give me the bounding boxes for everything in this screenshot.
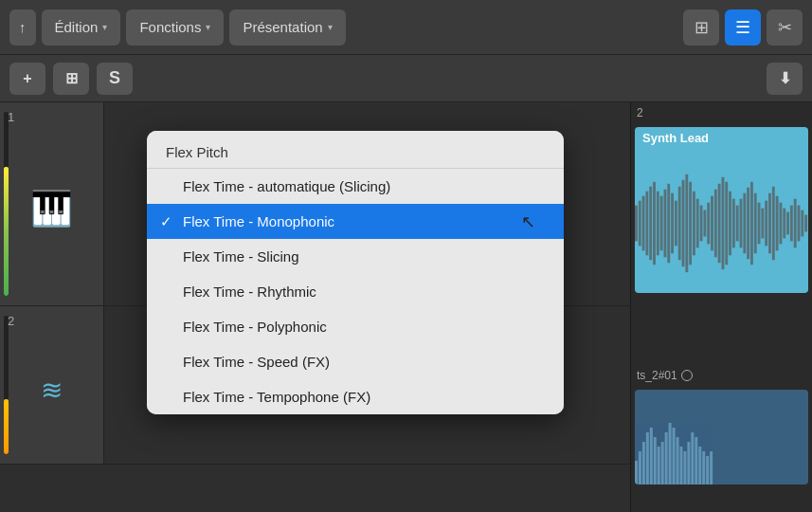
dropdown-item-5[interactable]: Flex Time - Speed (FX) [147, 344, 564, 379]
circle-icon [681, 370, 693, 381]
svg-rect-33 [754, 193, 757, 254]
toolbar-right-icons: ⊞ ☰ ✂ [683, 9, 803, 46]
svg-rect-24 [722, 177, 725, 269]
dropdown-item-3-label: Flex Time - Rhythmic [183, 283, 316, 300]
svg-rect-66 [702, 451, 705, 485]
edition-menu-button[interactable]: Édition ▾ [42, 9, 121, 46]
svg-rect-57 [669, 423, 672, 485]
svg-rect-40 [780, 203, 783, 245]
svg-rect-10 [671, 193, 674, 254]
svg-rect-12 [678, 187, 681, 260]
svg-rect-11 [675, 201, 677, 247]
tool-button[interactable]: ✂ [767, 9, 803, 46]
track-header-2: 2 ≋ [0, 306, 104, 464]
edition-label: Édition [55, 19, 99, 35]
track-area: 1 🎹 2 ≋ Flex Pitch Flex Time - automatiq… [0, 102, 630, 512]
svg-rect-68 [710, 451, 713, 485]
bar-number: 2 [631, 102, 812, 123]
svg-rect-16 [693, 192, 695, 256]
svg-rect-17 [696, 199, 699, 248]
presentation-menu-button[interactable]: Présentation ▾ [229, 9, 345, 46]
dropdown-item-1-label: Flex Time - Monophonic [183, 213, 334, 229]
svg-rect-52 [650, 428, 653, 485]
svg-rect-67 [706, 456, 709, 485]
s-button[interactable]: S [97, 63, 133, 95]
track2-name: ts_2#01 [637, 369, 677, 382]
svg-rect-31 [747, 188, 749, 259]
dropdown-item-6-label: Flex Time - Tempophone (FX) [183, 389, 370, 405]
back-button[interactable]: ↑ [9, 9, 36, 46]
svg-rect-30 [743, 193, 746, 254]
cursor-icon: ↖ [521, 211, 535, 232]
dropdown-item-5-label: Flex Time - Speed (FX) [183, 354, 330, 370]
svg-rect-60 [679, 447, 682, 485]
flex-mode-dropdown: Flex Pitch Flex Time - automatique (Slic… [147, 131, 564, 414]
svg-rect-47 [804, 215, 807, 232]
svg-rect-25 [725, 182, 728, 265]
dropdown-item-2-label: Flex Time - Slicing [183, 248, 299, 265]
svg-rect-51 [646, 432, 649, 485]
synth-lead-block: Synth Lead [635, 127, 808, 293]
add-button[interactable]: + [9, 63, 45, 95]
svg-rect-20 [707, 203, 710, 245]
dropdown-item-3[interactable]: Flex Time - Rhythmic [147, 274, 564, 309]
svg-rect-21 [711, 196, 713, 251]
svg-rect-19 [703, 210, 706, 237]
svg-rect-9 [667, 184, 670, 263]
check-mark-icon: ✓ [160, 213, 172, 230]
svg-rect-0 [635, 206, 638, 242]
svg-rect-27 [732, 199, 735, 248]
svg-rect-32 [750, 182, 753, 265]
svg-rect-2 [642, 196, 645, 251]
s-label: S [109, 68, 120, 88]
svg-rect-3 [645, 192, 648, 256]
copy-button[interactable]: ⊞ [53, 63, 89, 95]
download-button[interactable]: ⬇ [767, 63, 803, 95]
level-bar-1 [4, 112, 9, 296]
svg-rect-54 [658, 447, 660, 485]
svg-rect-36 [765, 201, 767, 247]
svg-rect-59 [677, 437, 679, 485]
track-number-1: 1 [8, 110, 14, 124]
level-bar-2 [4, 316, 9, 454]
svg-rect-7 [660, 196, 663, 251]
svg-rect-48 [635, 461, 638, 485]
track-icon-1: 🎹 [30, 189, 73, 229]
svg-rect-46 [801, 210, 803, 237]
svg-rect-13 [682, 180, 685, 266]
svg-rect-39 [776, 196, 779, 251]
grid-view-button[interactable]: ⊞ [683, 9, 719, 46]
dropdown-item-0[interactable]: Flex Time - automatique (Slicing) [147, 169, 564, 204]
fonctions-menu-button[interactable]: Fonctions ▾ [126, 9, 224, 46]
svg-rect-1 [639, 201, 641, 247]
list-icon: ☰ [735, 17, 750, 38]
dropdown-item-0-label: Flex Time - automatique (Slicing) [183, 178, 390, 194]
svg-rect-29 [740, 199, 743, 248]
dropdown-item-1[interactable]: ✓ Flex Time - Monophonic ↖ [147, 204, 564, 239]
synth-lead-title: Synth Lead [635, 127, 808, 149]
dropdown-item-4-label: Flex Time - Polyphonic [183, 319, 327, 335]
track2-label: ts_2#01 [631, 365, 812, 386]
fonctions-chevron-icon: ▾ [206, 22, 210, 32]
svg-rect-4 [649, 187, 652, 260]
svg-rect-42 [786, 212, 789, 235]
dropdown-item-2[interactable]: Flex Time - Slicing [147, 239, 564, 274]
tool-icon: ✂ [778, 17, 792, 38]
svg-rect-64 [695, 437, 697, 485]
svg-rect-14 [685, 174, 688, 272]
right-panel: 2 Synth Lead [630, 102, 812, 512]
svg-rect-58 [673, 428, 676, 485]
dropdown-section-label: Flex Pitch [147, 131, 564, 168]
svg-rect-38 [772, 187, 775, 260]
top-toolbar: ↑ Édition ▾ Fonctions ▾ Présentation ▾ ⊞… [0, 0, 812, 55]
download-icon: ⬇ [779, 69, 791, 87]
list-view-button[interactable]: ☰ [725, 9, 761, 46]
dropdown-item-6[interactable]: Flex Time - Tempophone (FX) [147, 379, 564, 414]
svg-rect-56 [665, 432, 668, 485]
svg-rect-45 [798, 206, 801, 242]
secondary-toolbar: + ⊞ S ⬇ [0, 55, 812, 102]
main-area: 1 🎹 2 ≋ Flex Pitch Flex Time - automatiq… [0, 102, 812, 512]
track-icon-2: ≋ [41, 375, 63, 406]
dropdown-item-4[interactable]: Flex Time - Polyphonic [147, 309, 564, 344]
track-header-1: 1 🎹 [0, 102, 104, 305]
